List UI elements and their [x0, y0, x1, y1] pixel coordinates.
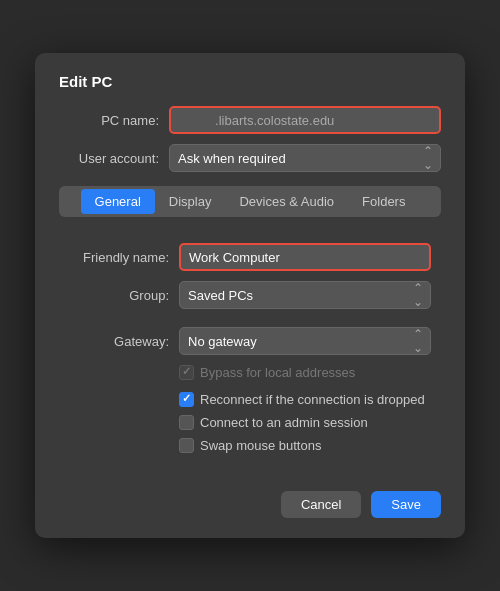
bypass-label: Bypass for local addresses	[200, 365, 355, 380]
gateway-row: Gateway: No gateway Add gateway... ⌃⌄	[69, 327, 431, 355]
general-panel: Friendly name: Group: Saved PCs ⌃⌄ Gatew…	[59, 231, 441, 473]
reconnect-row: Reconnect if the connection is dropped	[69, 392, 431, 407]
edit-pc-dialog: Edit PC PC name: User account: Ask when …	[35, 53, 465, 538]
admin-session-checkbox[interactable]	[179, 415, 194, 430]
reconnect-checkbox[interactable]	[179, 392, 194, 407]
bypass-row: Bypass for local addresses	[69, 365, 431, 380]
spacer	[69, 319, 431, 327]
tab-display[interactable]: Display	[155, 189, 226, 214]
user-account-wrapper: Ask when required Add user account... ⌃⌄	[169, 144, 441, 172]
friendly-name-row: Friendly name:	[69, 243, 431, 271]
cancel-button[interactable]: Cancel	[281, 491, 361, 518]
pc-name-label: PC name:	[59, 113, 159, 128]
group-select[interactable]: Saved PCs	[179, 281, 431, 309]
reconnect-label: Reconnect if the connection is dropped	[200, 392, 425, 407]
pc-name-row: PC name:	[59, 106, 441, 134]
bypass-checkbox-icon	[179, 365, 194, 380]
friendly-name-input[interactable]	[179, 243, 431, 271]
save-button[interactable]: Save	[371, 491, 441, 518]
gateway-select[interactable]: No gateway Add gateway...	[179, 327, 431, 355]
dialog-footer: Cancel Save	[59, 491, 441, 518]
tab-devices-audio[interactable]: Devices & Audio	[225, 189, 348, 214]
dialog-title: Edit PC	[59, 73, 441, 90]
group-row: Group: Saved PCs ⌃⌄	[69, 281, 431, 309]
friendly-name-label: Friendly name:	[69, 250, 169, 265]
tab-folders[interactable]: Folders	[348, 189, 419, 214]
user-account-row: User account: Ask when required Add user…	[59, 144, 441, 172]
tab-general[interactable]: General	[81, 189, 155, 214]
gateway-wrapper: No gateway Add gateway... ⌃⌄	[179, 327, 431, 355]
admin-session-row: Connect to an admin session	[69, 415, 431, 430]
swap-mouse-checkbox[interactable]	[179, 438, 194, 453]
user-account-label: User account:	[59, 151, 159, 166]
gateway-label: Gateway:	[69, 334, 169, 349]
pc-name-input[interactable]	[169, 106, 441, 134]
tabs-bar: General Display Devices & Audio Folders	[59, 186, 441, 217]
swap-mouse-label: Swap mouse buttons	[200, 438, 321, 453]
user-account-select[interactable]: Ask when required Add user account...	[169, 144, 441, 172]
admin-session-label: Connect to an admin session	[200, 415, 368, 430]
swap-mouse-row: Swap mouse buttons	[69, 438, 431, 453]
group-label: Group:	[69, 288, 169, 303]
group-wrapper: Saved PCs ⌃⌄	[179, 281, 431, 309]
